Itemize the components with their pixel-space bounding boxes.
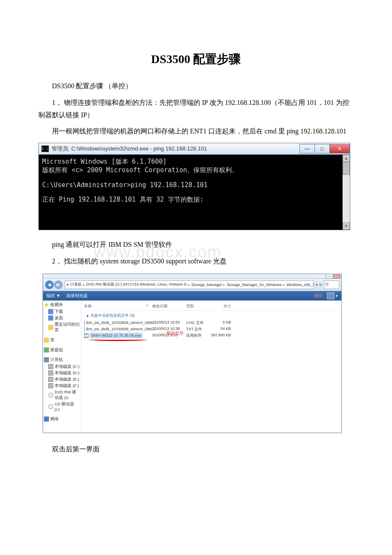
forward-button[interactable]: ▶ [54, 280, 63, 289]
double-click-label: 双击打开 [167, 330, 184, 336]
back-button[interactable]: ◀ [45, 280, 54, 289]
nav-disk-d[interactable]: 本地磁盘 (D:) [44, 370, 80, 376]
minimize-button[interactable]: – [326, 274, 333, 279]
para-step2: 2， 找出随机的 system storage DS3500 support s… [38, 255, 354, 268]
breadcrumb-item[interactable]: ▸ 计算机 [67, 282, 82, 287]
close-button[interactable] [333, 274, 340, 279]
search-input[interactable]: 搜 [324, 280, 339, 289]
nav-disk-e[interactable]: 本地磁盘 (E:) [44, 376, 80, 383]
path-label: 路径 [314, 293, 323, 299]
cmd-icon: C:\ [41, 145, 49, 152]
file-row[interactable]: ibm_sw_ds3k_10703508_winsrvr_i386... 201… [84, 326, 339, 332]
cmd-line: C:\Users\Administrator>ping 192.168.128.… [42, 181, 346, 189]
window-controls: — □ ✕ [300, 144, 350, 153]
nav-recent[interactable]: 最近访问的位置 [44, 321, 80, 333]
col-name[interactable]: 名称 ▲ [84, 304, 152, 309]
page-title: DS3500 配置步骤 [38, 51, 354, 67]
nav-downloads[interactable]: 下载 [44, 309, 80, 315]
minimize-button[interactable]: — [300, 144, 315, 153]
nav-cd[interactable]: CD 驱动器 (I:) [44, 401, 80, 412]
breadcrumb-item[interactable]: Storage_Manager [191, 283, 222, 287]
file-list-header[interactable]: 名称 ▲ 修改日期 类型 大小 [84, 302, 339, 311]
col-size[interactable]: 大小 [210, 304, 231, 309]
nav-homegroup[interactable]: 家庭组 [44, 347, 80, 353]
view-button[interactable] [327, 292, 334, 299]
nav-network[interactable]: 网络 [44, 416, 80, 422]
nav-disk-f[interactable]: 本地磁盘 (F:) [44, 383, 80, 389]
scroll-down-icon[interactable]: ▼ [343, 223, 350, 230]
cmd-body: Microsoft Windows [版本 6.1.7600] 版权所有 <c>… [39, 155, 350, 230]
view-dropdown-icon[interactable]: ▾ [336, 294, 338, 298]
explorer-main: 收藏夹 下载 桌面 最近访问的位置 库 家庭组 计算机 本地磁盘 (C:) 本地… [43, 301, 341, 433]
col-date[interactable]: 修改日期 [152, 304, 186, 309]
para-step1b: 用一根网线把管理端的机器的网口和存储上的 ENT1 口连起来，然后在 cmd 里… [38, 125, 354, 138]
cmd-line: Microsoft Windows [版本 6.1.7600] [42, 157, 346, 166]
nav-favorites[interactable]: 收藏夹 [44, 302, 80, 308]
cmd-titlebar: C:\ 管理员: C:\Windows\system32\cmd.exe - p… [39, 143, 350, 155]
explorer-window: – ◀ ▶ ▸ 计算机 ▸ DVD RW 驱动器 (G:) 60Y1733-Wi… [43, 274, 342, 433]
breadcrumb-item[interactable]: Storage_Manager_for_Windows [227, 283, 282, 287]
burn-button[interactable]: 刻录到光盘 [66, 293, 88, 299]
para-step1: 1， 物理连接管理端和盘柜的方法：先把管理端的 IP 改为 192.168.12… [38, 97, 354, 121]
cmd-window: C:\ 管理员: C:\Windows\system32\cmd.exe - p… [38, 143, 350, 230]
scrollbar[interactable]: ▲ ▼ [343, 155, 350, 230]
nav-disk-c[interactable]: 本地磁盘 (C:) [44, 364, 80, 370]
file-icon [84, 327, 85, 332]
file-row[interactable]: ibm_sw_ds3k_10703508_winsrvr_i386... 201… [84, 320, 339, 326]
breadcrumb[interactable]: ▸ 计算机 ▸ DVD RW 驱动器 (G:) 60Y1733-Windows,… [65, 280, 314, 289]
file-icon [84, 321, 85, 325]
file-row-selected[interactable]: SMIA-WS32-10.70.35.08.exe 2010/5/12 9:10… [84, 332, 339, 339]
explorer-toolbar: 组织 ▼ 刻录到光盘 路径 ▾ [43, 291, 341, 301]
col-type[interactable]: 类型 [186, 304, 210, 309]
cmd-title-text: 管理员: C:\Windows\system32\cmd.exe - ping … [52, 145, 300, 153]
breadcrumb-item[interactable]: DVD RW 驱动器 (G:) 60Y1733-Windows, Linux, … [86, 282, 187, 287]
cmd-line: 正在 Ping 192.168.128.101 具有 32 字节的数据: [42, 195, 346, 204]
exe-icon [84, 333, 89, 338]
maximize-button[interactable]: □ [314, 144, 330, 153]
scroll-thumb[interactable] [343, 162, 350, 175]
scroll-up-icon[interactable]: ▲ [343, 155, 350, 162]
para-subtitle: DS3500 配置步骤 （单控） [38, 80, 354, 92]
para-ping-ok: ping 通就可以打开 IBM DS SM 管理软件 [38, 239, 354, 251]
cmd-line: 版权所有 <c> 2009 Microsoft Corporation。保留所有… [42, 166, 346, 174]
address-bar-row: ◀ ▶ ▸ 计算机 ▸ DVD RW 驱动器 (G:) 60Y1733-Wind… [43, 279, 341, 291]
breadcrumb-item[interactable]: Windows_x86_32bit [286, 283, 314, 287]
para-after-dblclick: 双击后第一界面 [38, 443, 354, 456]
nav-desktop[interactable]: 桌面 [44, 315, 80, 321]
file-group-label[interactable]: ▲ 光盘中当前包含的文件 (3) [84, 311, 339, 320]
nav-pane: 收藏夹 下载 桌面 最近访问的位置 库 家庭组 计算机 本地磁盘 (C:) 本地… [43, 301, 81, 433]
nav-libraries[interactable]: 库 [44, 338, 80, 343]
organize-menu[interactable]: 组织 ▼ [46, 293, 61, 299]
file-list: 名称 ▲ 修改日期 类型 大小 ▲ 光盘中当前包含的文件 (3) ibm_sw_… [81, 301, 341, 433]
nav-computer[interactable]: 计算机 [44, 357, 80, 363]
refresh-dropdown[interactable]: ▾ ↻ [316, 283, 323, 287]
red-underline-annotation [88, 338, 148, 341]
nav-dvd[interactable]: DVD RW 驱动器 (G [44, 389, 80, 401]
close-button[interactable]: ✕ [329, 144, 350, 153]
explorer-titlebar: – [43, 274, 341, 279]
